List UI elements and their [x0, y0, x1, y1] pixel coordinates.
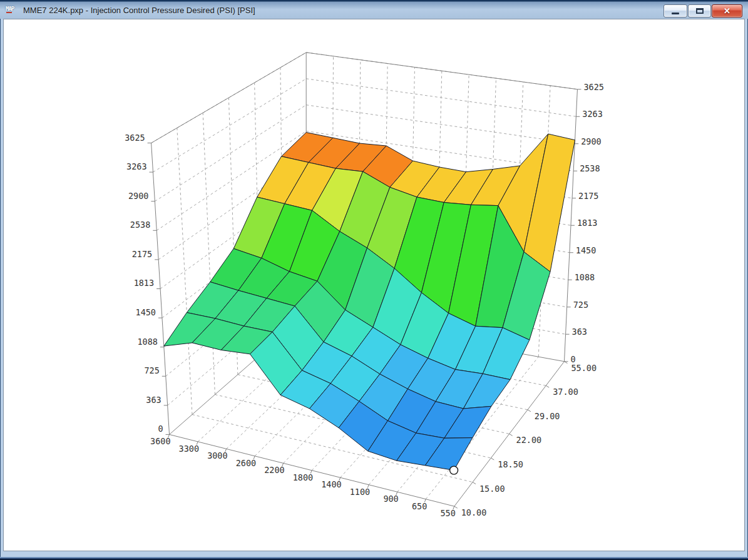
minimize-button[interactable]: [663, 4, 687, 18]
svg-text:3625: 3625: [125, 133, 145, 143]
svg-text:1400: 1400: [321, 479, 341, 489]
maximize-icon: [696, 8, 704, 14]
svg-text:2175: 2175: [132, 249, 152, 259]
svg-text:22.00: 22.00: [516, 435, 542, 445]
svg-text:29.00: 29.00: [535, 411, 560, 421]
svg-text:725: 725: [573, 300, 588, 310]
svg-text:2600: 2600: [236, 458, 256, 468]
svg-text:1088: 1088: [137, 337, 157, 347]
svg-text:18.50: 18.50: [498, 459, 523, 469]
close-icon: ✕: [724, 7, 730, 15]
svg-text:1088: 1088: [575, 272, 595, 282]
svg-text:3625: 3625: [583, 82, 603, 92]
svg-text:1813: 1813: [577, 218, 597, 228]
selected-cell-marker[interactable]: [450, 466, 458, 474]
svg-text:37.00: 37.00: [553, 387, 578, 397]
svg-text:15.00: 15.00: [479, 484, 505, 494]
svg-text:2200: 2200: [264, 465, 284, 475]
svg-text:2538: 2538: [580, 163, 600, 173]
window-title: MME7 224K.pxp - Injection Control Pressu…: [23, 6, 255, 15]
close-button[interactable]: ✕: [712, 4, 742, 18]
window-controls: ✕: [663, 4, 742, 18]
svg-text:650: 650: [412, 501, 427, 511]
app-icon[interactable]: MAP: [6, 5, 19, 15]
svg-text:363: 363: [572, 327, 587, 337]
svg-text:55.00: 55.00: [571, 363, 597, 373]
maximize-button[interactable]: [688, 4, 711, 18]
svg-text:1813: 1813: [134, 278, 154, 288]
app-icon-text: MAP: [6, 6, 14, 12]
svg-text:550: 550: [440, 508, 455, 518]
svg-text:3263: 3263: [126, 161, 146, 171]
app-window: MAP MME7 224K.pxp - Injection Control Pr…: [0, 0, 748, 560]
svg-text:1450: 1450: [136, 307, 156, 317]
svg-text:3263: 3263: [582, 109, 602, 119]
svg-text:2538: 2538: [130, 220, 150, 230]
svg-text:2900: 2900: [128, 191, 148, 201]
window-bottom-border: [0, 557, 748, 560]
app-icon-red-bar: [6, 12, 12, 13]
svg-text:3600: 3600: [150, 436, 170, 446]
svg-text:2175: 2175: [578, 191, 598, 201]
minimize-icon: [672, 13, 679, 14]
svg-text:3300: 3300: [179, 444, 199, 454]
svg-text:725: 725: [144, 365, 159, 375]
svg-text:1450: 1450: [576, 245, 596, 255]
surface-mesh[interactable]: [164, 133, 575, 471]
titlebar[interactable]: MAP MME7 224K.pxp - Injection Control Pr…: [0, 0, 748, 19]
surface-chart[interactable]: 0036336372572510881088145014501813181321…: [4, 19, 744, 551]
chart-area[interactable]: 0036336372572510881088145014501813181321…: [3, 19, 745, 551]
svg-text:1800: 1800: [293, 472, 313, 482]
svg-text:3000: 3000: [207, 451, 227, 461]
svg-text:0: 0: [158, 424, 163, 434]
svg-text:900: 900: [383, 494, 398, 504]
svg-text:1100: 1100: [350, 487, 370, 497]
svg-text:2900: 2900: [581, 136, 601, 146]
svg-text:363: 363: [146, 395, 161, 405]
svg-text:10.00: 10.00: [461, 507, 487, 517]
